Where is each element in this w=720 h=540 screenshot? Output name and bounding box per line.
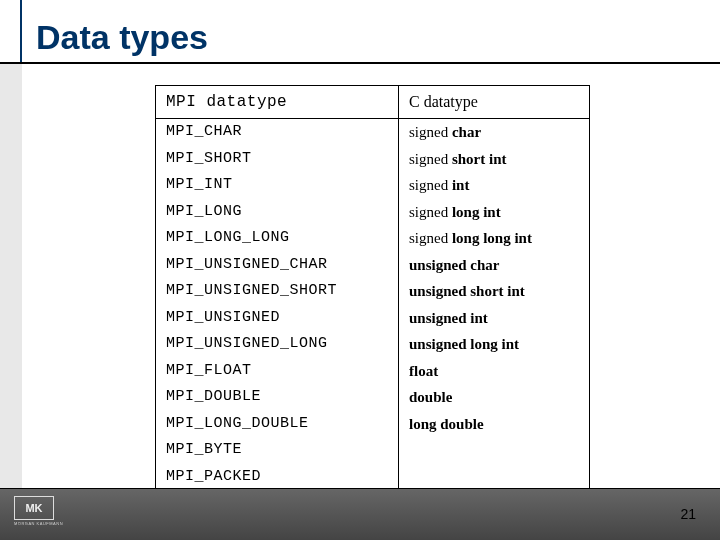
publisher-logo: MK MORGAN KAUFMANN <box>14 496 62 532</box>
c-datatype-cell: long double <box>398 411 589 438</box>
c-datatype-cell: double <box>398 384 589 411</box>
mpi-datatype-cell: MPI_CHAR <box>156 119 398 146</box>
table-row: MPI_BYTE <box>156 437 589 464</box>
page-title: Data types <box>22 18 720 57</box>
table-row: MPI_UNSIGNED_CHARunsigned char <box>156 252 589 279</box>
table-row: MPI_LONG_DOUBLElong double <box>156 411 589 438</box>
title-bar: Data types <box>22 18 720 57</box>
logo-subtext: MORGAN KAUFMANN <box>14 521 62 526</box>
left-sidebar-strip <box>0 64 22 488</box>
table-row: MPI_LONGsigned long int <box>156 199 589 226</box>
table-row: MPI_INTsigned int <box>156 172 589 199</box>
datatype-table: MPI datatype C datatype MPI_CHARsigned c… <box>155 85 590 491</box>
mpi-datatype-cell: MPI_UNSIGNED_LONG <box>156 331 398 358</box>
table-row: MPI_UNSIGNED_LONGunsigned long int <box>156 331 589 358</box>
c-datatype-cell: signed char <box>398 119 589 146</box>
c-datatype-cell: unsigned long int <box>398 331 589 358</box>
table-row: MPI_UNSIGNED_SHORTunsigned short int <box>156 278 589 305</box>
c-datatype-cell: signed long int <box>398 199 589 226</box>
mpi-datatype-cell: MPI_SHORT <box>156 146 398 173</box>
mpi-datatype-cell: MPI_PACKED <box>156 464 398 491</box>
header-mpi: MPI datatype <box>156 86 398 119</box>
table-row: MPI_LONG_LONGsigned long long int <box>156 225 589 252</box>
c-datatype-cell: signed int <box>398 172 589 199</box>
mpi-datatype-cell: MPI_INT <box>156 172 398 199</box>
c-datatype-cell: float <box>398 358 589 385</box>
mpi-datatype-cell: MPI_LONG_DOUBLE <box>156 411 398 438</box>
mpi-datatype-cell: MPI_BYTE <box>156 437 398 464</box>
logo-initials: MK <box>14 496 54 520</box>
footer-bar: MK MORGAN KAUFMANN 21 <box>0 488 720 540</box>
mpi-datatype-cell: MPI_UNSIGNED_SHORT <box>156 278 398 305</box>
title-underline <box>0 62 720 64</box>
table-row: MPI_FLOATfloat <box>156 358 589 385</box>
header-c: C datatype <box>398 86 589 119</box>
table-row: MPI_DOUBLEdouble <box>156 384 589 411</box>
c-datatype-cell <box>398 437 589 464</box>
page-number: 21 <box>680 506 696 522</box>
table-row: MPI_UNSIGNEDunsigned int <box>156 305 589 332</box>
mpi-datatype-cell: MPI_DOUBLE <box>156 384 398 411</box>
c-datatype-cell: signed long long int <box>398 225 589 252</box>
table-row: MPI_PACKED <box>156 464 589 491</box>
c-datatype-cell <box>398 464 589 491</box>
mpi-datatype-cell: MPI_FLOAT <box>156 358 398 385</box>
c-datatype-cell: signed short int <box>398 146 589 173</box>
mpi-datatype-cell: MPI_LONG_LONG <box>156 225 398 252</box>
mpi-datatype-cell: MPI_LONG <box>156 199 398 226</box>
c-datatype-cell: unsigned int <box>398 305 589 332</box>
mpi-datatype-cell: MPI_UNSIGNED_CHAR <box>156 252 398 279</box>
table-row: MPI_SHORTsigned short int <box>156 146 589 173</box>
c-datatype-cell: unsigned char <box>398 252 589 279</box>
table-header-row: MPI datatype C datatype <box>156 86 589 119</box>
mpi-datatype-cell: MPI_UNSIGNED <box>156 305 398 332</box>
c-datatype-cell: unsigned short int <box>398 278 589 305</box>
table-row: MPI_CHARsigned char <box>156 119 589 146</box>
